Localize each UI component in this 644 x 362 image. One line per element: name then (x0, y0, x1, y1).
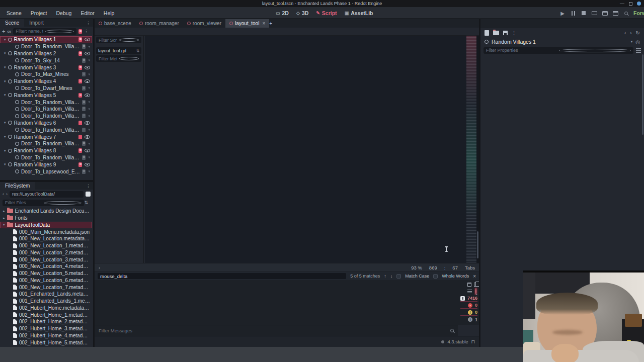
chevron-down-icon[interactable]: ▾ (88, 142, 90, 146)
script-icon[interactable] (82, 141, 86, 146)
expand-chevron-icon[interactable]: ▸ (3, 209, 5, 213)
visibility-icon[interactable] (85, 79, 90, 83)
script-icon[interactable] (82, 100, 86, 105)
script-icon[interactable] (78, 79, 82, 83)
file-row[interactable]: 000_New_Location_2.metadata.json (0, 249, 92, 256)
tab-scene[interactable]: Scene (0, 19, 24, 27)
filter-properties-input[interactable]: Filter Properties (480, 46, 644, 54)
history-back-icon[interactable]: ‹ (624, 30, 626, 36)
messages-icon[interactable] (460, 296, 465, 301)
sort-icon[interactable]: ⇅ (84, 200, 91, 205)
script-icon[interactable] (78, 162, 82, 167)
find-next-icon[interactable]: ↓ (390, 274, 393, 279)
warnings-icon[interactable]: ! (468, 310, 472, 315)
play-custom-scene-icon[interactable] (612, 10, 618, 16)
file-row[interactable]: 002_Hubert_Home_3.metadata.json (0, 325, 92, 332)
scene-tab-room-manager[interactable]: room_manager (135, 19, 183, 28)
filter-messages-input[interactable]: Filter Messages (95, 325, 458, 336)
path-field[interactable]: res://LayoutToolData/ (10, 191, 84, 198)
menu-project[interactable]: Project (26, 10, 52, 16)
load-resource-icon[interactable] (493, 31, 499, 35)
chevron-down-icon[interactable]: ▾ (88, 100, 90, 104)
expand-chevron-icon[interactable]: ▾ (3, 223, 5, 227)
chevron-down-icon[interactable]: ▾ (88, 155, 90, 159)
scene-node-room[interactable]: ▾Random Villages 5 (0, 92, 92, 99)
script-icon[interactable] (78, 51, 82, 56)
menu-help[interactable]: Help (99, 10, 119, 16)
code-minimap[interactable] (466, 36, 476, 263)
inspected-node-selector[interactable]: Random Villages 1 ▾ ◎ (480, 37, 644, 46)
filter-methods-input[interactable]: Filter Methods (96, 55, 141, 62)
menu-editor[interactable]: Editor (76, 10, 99, 16)
visibility-icon[interactable] (85, 52, 90, 55)
split-mode-icon[interactable] (86, 192, 91, 197)
pin-icon[interactable]: ◎ (635, 39, 640, 45)
scene-node-door[interactable]: Door_To_Max_Mines▾ (0, 71, 92, 78)
filesystem-filter[interactable]: Filter Files ⇅ (0, 199, 93, 207)
expand-chevron-icon[interactable]: ▾ (4, 79, 6, 83)
layout-toggle-icon[interactable]: ⊓ (471, 339, 475, 344)
chevron-down-icon[interactable]: ▾ (88, 169, 90, 173)
script-icon[interactable] (78, 135, 82, 139)
visibility-icon[interactable] (85, 121, 90, 125)
mode-3d[interactable]: ◇3D (296, 10, 308, 16)
file-row[interactable]: 000_New_Location_3.metadata.json (0, 256, 92, 263)
scene-node-door[interactable]: Door_To_Random_Villages_2▾ (0, 43, 92, 50)
mode-2d[interactable]: ▭2D (276, 10, 289, 16)
file-row[interactable]: 000_New_Location_6.metadata.json (0, 277, 92, 284)
file-row[interactable]: 002_Hubert_Home_1.metadata.json (0, 311, 92, 318)
scene-node-room[interactable]: ▾Random Villages 4 (0, 78, 92, 85)
method-sort-icon[interactable]: ⇅ (136, 49, 139, 53)
visibility-icon[interactable] (85, 149, 90, 152)
file-row[interactable]: 000_New_Location.metadata.json (0, 235, 92, 242)
script-icon[interactable] (82, 44, 86, 49)
instance-scene-button[interactable]: ∞ (7, 29, 11, 34)
chevron-down-icon[interactable]: ▾ (88, 114, 90, 118)
file-row[interactable]: 002_Hubert_Home_2.metadata.json (0, 318, 92, 325)
file-row[interactable]: 001_Enchanted_Lands_1.metadata.json (0, 298, 92, 305)
scene-node-room[interactable]: ▾Random Villages 7 (0, 133, 92, 140)
visibility-icon[interactable] (85, 66, 90, 69)
scene-node-room[interactable]: ▾Random Villages 2 (0, 50, 92, 57)
expand-chevron-icon[interactable]: ▾ (4, 149, 6, 153)
scene-node-door[interactable]: Door_To_Random_Villages_9▾ (0, 140, 92, 147)
folder-row[interactable]: ▸Enchanted Lands Design Documents (0, 208, 92, 215)
script-icon[interactable] (82, 58, 86, 63)
indent-mode[interactable]: Tabs (465, 265, 475, 270)
play-scene-icon[interactable] (602, 10, 608, 16)
forward-icon[interactable]: › (6, 192, 8, 197)
mode-assetlib[interactable]: ▣AssetLib (345, 10, 373, 16)
filter-scripts-input[interactable]: Filter Scripts (96, 37, 141, 43)
scene-node-door[interactable]: Door_To_Random_Villages_9▾ (0, 154, 92, 161)
file-row[interactable]: 001_Enchanted_Lands.metadata.json (0, 291, 92, 298)
history-forward-icon[interactable]: › (630, 30, 631, 36)
expand-chevron-icon[interactable]: ▾ (4, 135, 6, 139)
collapse-duplicates-icon[interactable] (467, 290, 472, 293)
scene-dock-menu-icon[interactable]: ⋮ (84, 29, 91, 34)
mode-script[interactable]: ✎Script (316, 10, 337, 16)
file-row[interactable]: 000_Main_Menu.metadata.json (0, 228, 92, 235)
scene-node-door[interactable]: Door_To_Random_Villages_9▾ (0, 126, 92, 133)
script-icon[interactable] (78, 37, 82, 42)
script-icon[interactable] (78, 93, 82, 98)
whole-words-checkbox[interactable] (433, 274, 438, 279)
visibility-icon[interactable] (85, 94, 90, 97)
visibility-icon[interactable] (85, 38, 90, 41)
chevron-down-icon[interactable]: ▾ (88, 86, 90, 90)
scene-node-room[interactable]: ▾Random Villages 1 (0, 36, 92, 43)
chevron-down-icon[interactable]: ▾ (88, 128, 90, 132)
match-case-checkbox[interactable] (396, 274, 401, 279)
script-icon[interactable] (78, 148, 82, 153)
scene-node-door[interactable]: Door_To_Random_Villages_6▾ (0, 99, 92, 106)
errors-icon[interactable]: × (468, 303, 472, 308)
current-script-selector[interactable]: layout_tool.gd ⇅ (96, 47, 141, 54)
scene-dock-options-icon[interactable]: ⋮ (86, 21, 93, 26)
maximize-icon[interactable] (629, 2, 632, 6)
scene-node-room[interactable]: ▾Random Villages 8 (0, 147, 92, 154)
stop-icon[interactable] (581, 10, 587, 16)
expand-chevron-icon[interactable]: ▾ (4, 65, 6, 69)
scene-node-door[interactable]: Door_To_Dwarf_Mines▾ (0, 85, 92, 92)
tab-import[interactable]: Import (24, 19, 48, 27)
attach-script-button[interactable] (78, 29, 82, 34)
scene-node-room[interactable]: ▾Random Villages 3 (0, 64, 92, 71)
